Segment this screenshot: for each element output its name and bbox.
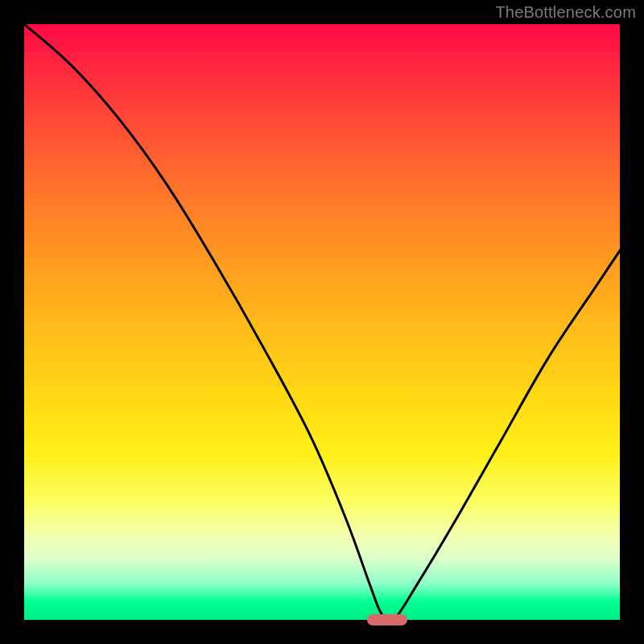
plot-area — [24, 24, 620, 620]
optimal-marker — [367, 614, 407, 625]
bottleneck-curve-path — [24, 24, 620, 620]
chart-frame: TheBottleneck.com — [0, 0, 644, 644]
curve-svg — [24, 24, 620, 620]
watermark-text: TheBottleneck.com — [495, 3, 636, 22]
